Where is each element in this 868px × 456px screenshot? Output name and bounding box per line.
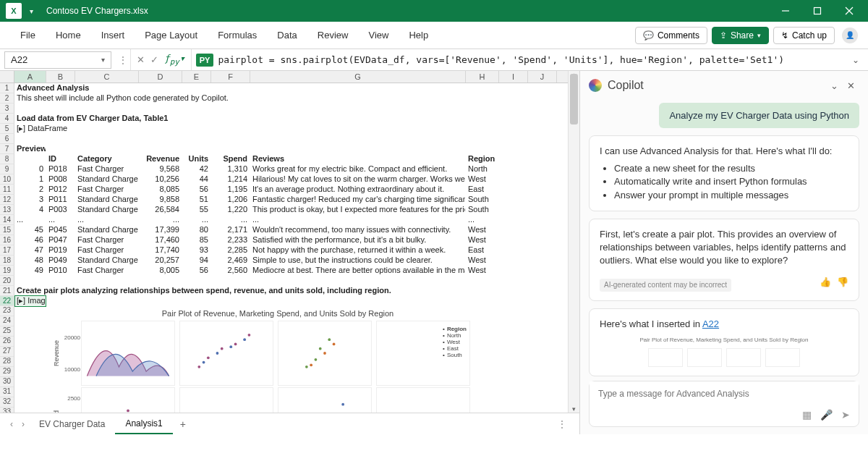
cell[interactable]: 2,560 (211, 266, 250, 276)
cell[interactable]: 51 (182, 195, 211, 205)
cell[interactable]: P019 (46, 245, 75, 256)
share-button[interactable]: ⇪Share▾ (712, 27, 769, 44)
row-header[interactable]: 19 (0, 266, 14, 276)
cell-link[interactable]: A22 (702, 318, 719, 329)
close-button[interactable] (833, 0, 865, 22)
cell[interactable]: 17,399 (139, 225, 182, 235)
col-header[interactable]: I (499, 71, 528, 83)
cell[interactable]: 9,568 (139, 164, 182, 174)
cell[interactable]: East (466, 185, 499, 195)
cell[interactable]: This product is okay, but I expected mor… (250, 205, 466, 215)
cell[interactable]: West (466, 225, 499, 235)
cell[interactable]: 0 (14, 164, 46, 174)
tab-page-layout[interactable]: Page Layout (135, 22, 208, 49)
chevron-down-icon[interactable]: ▾ (101, 56, 105, 64)
cell[interactable]: Preview (14, 144, 46, 154)
cell[interactable]: 2,171 (211, 225, 250, 235)
cell[interactable]: Simple to use, but the instructions coul… (250, 256, 466, 266)
cell[interactable] (14, 104, 46, 114)
cell[interactable]: Standard Charger (75, 195, 139, 205)
cell[interactable]: 26,584 (139, 205, 182, 215)
cell[interactable]: Region (466, 154, 499, 164)
pairplot-chart[interactable]: Pair Plot of Revenue, Marketing Spend, a… (75, 306, 480, 413)
cell[interactable]: P011 (46, 195, 75, 205)
cell[interactable]: [▸] DataFrame (14, 124, 101, 134)
cell[interactable]: 20,257 (139, 256, 182, 266)
catchup-button[interactable]: ↯Catch up (773, 27, 835, 44)
cell[interactable]: 3 (14, 195, 46, 205)
cell[interactable]: P003 (46, 205, 75, 215)
sheet-nav-next-icon[interactable]: › (17, 419, 29, 429)
cell[interactable]: 93 (182, 245, 211, 256)
add-sheet-button[interactable]: + (173, 418, 193, 430)
col-header[interactable]: A (14, 71, 46, 83)
cell[interactable]: 1,206 (211, 195, 250, 205)
row-header[interactable]: 26 (0, 337, 14, 347)
cell[interactable]: West (466, 174, 499, 185)
row-header[interactable]: 13 (0, 205, 14, 215)
cell[interactable]: Fast Charger (75, 266, 139, 276)
cell[interactable] (14, 134, 46, 144)
cell[interactable]: 1,310 (211, 164, 250, 174)
row-header[interactable]: 23 (0, 306, 14, 316)
sheet-nav-prev-icon[interactable]: ‹ (6, 419, 17, 429)
row-header[interactable]: 33 (0, 408, 14, 413)
copilot-input[interactable] (590, 381, 859, 406)
close-pane-icon[interactable]: ✕ (843, 80, 859, 91)
cell[interactable]: 55 (182, 205, 211, 215)
send-icon[interactable]: ➤ (841, 409, 850, 421)
cell[interactable]: Satisfied with the performance, but it's… (250, 235, 466, 245)
tab-help[interactable]: Help (399, 22, 438, 49)
spreadsheet-grid[interactable]: A B C D E F G H I J 1Advanced Analysis2T… (0, 71, 568, 413)
tab-data[interactable]: Data (267, 22, 307, 49)
row-header[interactable]: 3 (0, 104, 14, 114)
enter-icon[interactable]: ✓ (150, 54, 158, 65)
cell[interactable]: 44 (182, 174, 211, 185)
row-header[interactable]: 22 (0, 296, 14, 306)
row-header[interactable]: 18 (0, 256, 14, 266)
cell[interactable]: 8,085 (139, 185, 182, 195)
cell[interactable]: P012 (46, 185, 75, 195)
cell[interactable]: East (466, 245, 499, 256)
avatar[interactable]: 👤 (842, 28, 858, 43)
cell[interactable]: 4 (14, 205, 46, 215)
cell[interactable]: West (466, 266, 499, 276)
cell[interactable]: 8,005 (139, 266, 182, 276)
cell[interactable]: Mediocre at best. There are better optio… (250, 266, 466, 276)
cell[interactable]: P018 (46, 164, 75, 174)
row-header[interactable]: 16 (0, 235, 14, 245)
cell[interactable]: Wouldn't recommend, too many issues with… (250, 225, 466, 235)
cell[interactable]: South (466, 195, 499, 205)
cell[interactable]: 2,233 (211, 235, 250, 245)
expand-formula-icon[interactable]: ⌄ (843, 55, 868, 65)
row-header[interactable]: 14 (0, 215, 14, 225)
formula-input[interactable]: pairplot = sns.pairplot(EVData_df, vars=… (218, 54, 843, 65)
col-header[interactable]: E (182, 71, 211, 83)
sheet-tab-active[interactable]: Analysis1 (115, 414, 172, 434)
cell[interactable]: West (466, 235, 499, 245)
cell[interactable]: ... (14, 215, 46, 225)
tab-file[interactable]: File (10, 22, 46, 49)
cell[interactable]: 2,469 (211, 256, 250, 266)
row-header[interactable]: 27 (0, 347, 14, 357)
cell[interactable]: Units (182, 154, 211, 164)
cell[interactable]: ... (46, 215, 75, 225)
cell[interactable]: 85 (182, 235, 211, 245)
cell[interactable]: North (466, 164, 499, 174)
cell[interactable]: 94 (182, 256, 211, 266)
cell[interactable]: P008 (46, 174, 75, 185)
row-header[interactable]: 30 (0, 377, 14, 387)
col-header[interactable]: D (139, 71, 182, 83)
name-box[interactable]: A22 ▾ (4, 51, 111, 69)
col-header[interactable]: B (46, 71, 75, 83)
cell[interactable]: ... (250, 215, 466, 225)
thumbs-down-icon[interactable]: 👎 (837, 276, 848, 289)
tab-formulas[interactable]: Formulas (208, 22, 267, 49)
cell[interactable]: ... (211, 215, 250, 225)
cell[interactable]: ID (46, 154, 75, 164)
cell[interactable]: 47 (14, 245, 46, 256)
row-header[interactable]: 12 (0, 195, 14, 205)
cell[interactable]: Fast Charger (75, 245, 139, 256)
row-header[interactable]: 11 (0, 185, 14, 195)
row-header[interactable]: 17 (0, 245, 14, 256)
